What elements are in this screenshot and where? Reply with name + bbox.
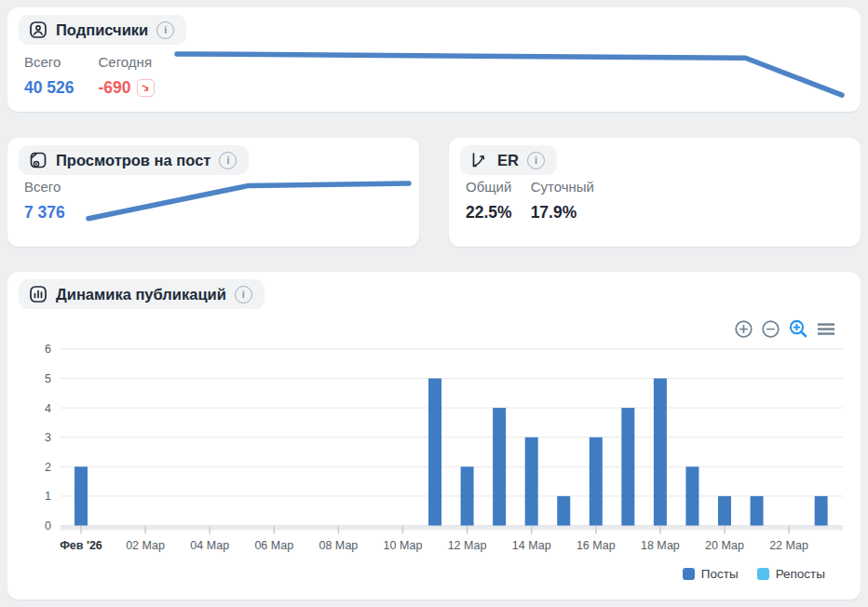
svg-text:08 Мар: 08 Мар (319, 539, 358, 552)
svg-text:2: 2 (45, 461, 51, 474)
stat-label: Всего (24, 54, 75, 70)
stat-label: Всего (24, 179, 65, 195)
svg-text:5: 5 (45, 372, 51, 385)
svg-text:20 Мар: 20 Мар (705, 539, 744, 552)
subscribers-header-chip: Подписчики i (19, 15, 186, 45)
svg-text:18 Мар: 18 Мар (641, 539, 680, 552)
views-per-post-card: Просмотров на пост i Всего 7 376 (7, 138, 419, 247)
reposts-swatch (757, 568, 769, 580)
er-overall-stat: Общий 22.5% (466, 179, 512, 223)
views-total-stat: Всего 7 376 (24, 179, 65, 223)
arrow-down-right-icon (141, 83, 151, 93)
er-chart-icon (470, 151, 489, 169)
publications-card: Динамика публикаций i (7, 272, 861, 600)
svg-text:12 Мар: 12 Мар (448, 539, 487, 552)
legend-label: Посты (701, 567, 739, 581)
svg-text:02 Мар: 02 Мар (126, 539, 165, 552)
svg-text:Фев '26: Фев '26 (60, 539, 102, 552)
stat-label: Суточный (531, 179, 594, 195)
legend-label: Репосты (776, 567, 825, 581)
stat-label: Сегодня (99, 54, 155, 70)
subscribers-card: Подписчики i Всего 40 526 Сегодня -690 (7, 7, 861, 112)
subscribers-trend-chart (173, 48, 846, 102)
er-overall-value: 22.5% (466, 203, 512, 223)
subscribers-title: Подписчики (56, 21, 148, 39)
views-stats: Всего 7 376 (24, 179, 65, 223)
legend-item-posts[interactable]: Посты (683, 567, 739, 581)
subscribers-today-stat: Сегодня -690 (99, 54, 155, 98)
er-header-chip: ER i (460, 145, 557, 175)
analytics-dashboard: Подписчики i Всего 40 526 Сегодня -690 (0, 0, 868, 607)
stat-label: Общий (466, 179, 512, 195)
svg-text:3: 3 (45, 431, 51, 444)
er-daily-value: 17.9% (531, 203, 594, 223)
er-title: ER (497, 152, 519, 169)
svg-text:0: 0 (45, 519, 51, 533)
svg-text:6: 6 (45, 343, 51, 356)
svg-text:14 Мар: 14 Мар (512, 539, 551, 552)
svg-text:4: 4 (45, 402, 51, 415)
er-stats: Общий 22.5% Суточный 17.9% (466, 179, 594, 223)
trend-down-badge (137, 79, 155, 97)
chart-legend: Посты Репосты (683, 567, 825, 581)
svg-text:22 Мар: 22 Мар (769, 539, 808, 552)
publications-bar-chart[interactable]: 0123456Фев '2602 Мар04 Мар06 Мар08 Мар10… (7, 272, 861, 600)
svg-text:16 Мар: 16 Мар (576, 539, 616, 552)
svg-text:06 Мар: 06 Мар (254, 539, 293, 552)
subscribers-today-value: -690 (99, 78, 131, 98)
info-icon[interactable]: i (527, 152, 545, 169)
views-title: Просмотров на пост (56, 152, 210, 169)
subscribers-stats: Всего 40 526 Сегодня -690 (24, 54, 155, 98)
views-trend-chart (85, 178, 413, 228)
svg-text:10 Мар: 10 Мар (384, 539, 423, 552)
info-icon[interactable]: i (156, 21, 174, 39)
subscribers-total-stat: Всего 40 526 (24, 54, 75, 98)
subscribers-total-value: 40 526 (24, 78, 75, 98)
svg-text:1: 1 (45, 490, 51, 503)
er-daily-stat: Суточный 17.9% (531, 179, 594, 223)
posts-swatch (683, 568, 695, 580)
views-total-value: 7 376 (24, 203, 65, 223)
er-card: ER i Общий 22.5% Суточный 17.9% (449, 138, 861, 247)
views-icon (29, 151, 47, 169)
svg-text:04 Мар: 04 Мар (190, 539, 229, 552)
subscribers-icon (29, 20, 47, 39)
info-icon[interactable]: i (219, 152, 237, 169)
legend-item-reposts[interactable]: Репосты (757, 567, 825, 581)
views-header-chip: Просмотров на пост i (19, 145, 249, 175)
